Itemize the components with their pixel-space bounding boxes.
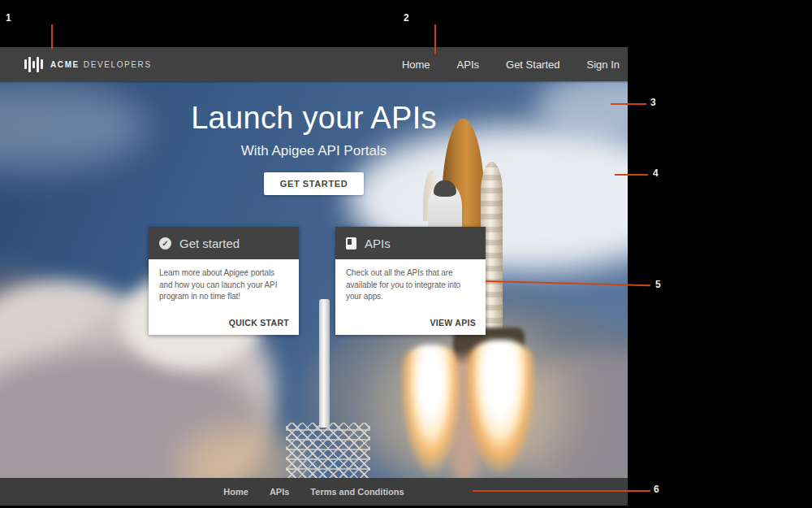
callout-line-2 bbox=[434, 24, 436, 54]
quick-start-link[interactable]: QUICK START bbox=[229, 318, 289, 328]
callout-number-3: 3 bbox=[650, 98, 656, 107]
hero-title: Launch your APIs bbox=[0, 101, 628, 136]
hero-background-photo bbox=[0, 81, 628, 478]
card-body-text: Learn more about Apigee portals and how … bbox=[149, 259, 299, 303]
view-apis-link[interactable]: VIEW APIS bbox=[430, 318, 476, 328]
flame-plume-left bbox=[401, 345, 461, 478]
callout-number-6: 6 bbox=[654, 484, 659, 494]
callout-line-3 bbox=[611, 103, 646, 105]
main-nav: Home APIs Get Started Sign In bbox=[402, 59, 628, 71]
check-circle-icon bbox=[159, 237, 171, 250]
nav-item-apis[interactable]: APIs bbox=[457, 59, 479, 71]
flame-plume-right bbox=[466, 340, 534, 478]
portal-page: ACMEDEVELOPERS Home APIs Get Started Sig… bbox=[0, 47, 628, 506]
callout-number-4: 4 bbox=[653, 168, 659, 178]
lightning-mast bbox=[319, 299, 330, 428]
site-header: ACMEDEVELOPERS Home APIs Get Started Sig… bbox=[0, 47, 628, 81]
footer-link-terms[interactable]: Terms and Conditions bbox=[310, 487, 404, 497]
brand-name-light: DEVELOPERS bbox=[84, 60, 152, 69]
card-header: APIs bbox=[335, 227, 486, 259]
callout-number-2: 2 bbox=[404, 13, 409, 23]
callout-number-1: 1 bbox=[6, 13, 11, 23]
card-title: APIs bbox=[365, 237, 391, 250]
equalizer-bars-icon bbox=[24, 56, 43, 72]
hero-section: Launch your APIs With Apigee API Portals… bbox=[0, 81, 628, 478]
get-started-button[interactable]: GET STARTED bbox=[264, 172, 364, 195]
callout-line-4 bbox=[615, 174, 648, 176]
card-get-started: Get started Learn more about Apigee port… bbox=[149, 227, 299, 335]
nav-item-sign-in[interactable]: Sign In bbox=[587, 59, 620, 71]
footer-link-home[interactable]: Home bbox=[223, 487, 248, 497]
nav-item-home[interactable]: Home bbox=[402, 59, 430, 71]
card-body-text: Check out all the APIs that are availabl… bbox=[335, 259, 486, 303]
card-apis: APIs Check out all the APIs that are ava… bbox=[335, 227, 486, 335]
site-footer: Home APIs Terms and Conditions bbox=[0, 478, 628, 506]
cta-row: GET STARTED bbox=[0, 172, 628, 195]
nav-item-get-started[interactable]: Get Started bbox=[506, 59, 559, 71]
callout-line-1 bbox=[51, 24, 53, 50]
brand-name: ACMEDEVELOPERS bbox=[50, 60, 152, 69]
hero-subtitle: With Apigee API Portals bbox=[0, 143, 628, 159]
brand-name-bold: ACME bbox=[50, 60, 80, 69]
callout-line-6 bbox=[473, 490, 650, 492]
logo[interactable]: ACMEDEVELOPERS bbox=[0, 56, 152, 72]
card-header: Get started bbox=[149, 227, 299, 259]
footer-link-apis[interactable]: APIs bbox=[270, 487, 289, 497]
card-title: Get started bbox=[179, 237, 240, 250]
screenshot-canvas: ACMEDEVELOPERS Home APIs Get Started Sig… bbox=[0, 0, 812, 508]
book-icon bbox=[346, 237, 356, 250]
launchpad-truss bbox=[286, 423, 370, 478]
callout-number-5: 5 bbox=[655, 280, 661, 289]
